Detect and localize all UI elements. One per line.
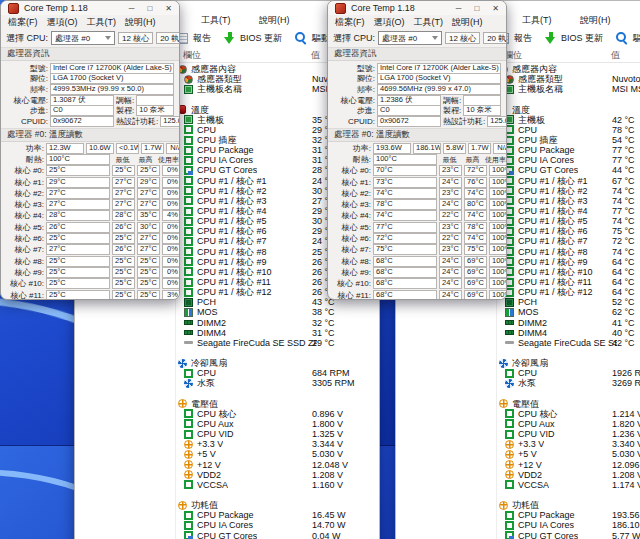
sensor-row[interactable]: CPU #1 / 核心 #574 °C bbox=[497, 216, 640, 226]
sensor-row[interactable]: +3.3 V3.344 V bbox=[176, 439, 379, 449]
sensor-row[interactable]: CPU #1 / 核心 #1064 °C bbox=[497, 267, 640, 277]
sensor-row[interactable]: CPU IA Cores77 °C bbox=[497, 155, 640, 165]
sensor-row[interactable]: CPU #1 / 核心 #874 °C bbox=[497, 247, 640, 257]
sensor-row[interactable]: +5 V5.030 V bbox=[176, 449, 379, 459]
sensor-row[interactable]: VDD21.208 V bbox=[176, 470, 379, 480]
socket-value: LGA 1700 (Socket V) bbox=[50, 73, 174, 84]
sensor-row[interactable]: CPU IA Cores186.10 W bbox=[497, 520, 640, 530]
sensor-row[interactable]: VCCSA1.174 V bbox=[497, 480, 640, 490]
sensor-group-row[interactable]: 冷卻風扇 bbox=[176, 358, 379, 368]
sensor-group-row[interactable]: 功耗值 bbox=[497, 500, 640, 510]
menu-tools[interactable]: 工具(T) bbox=[522, 14, 566, 27]
menu-options[interactable]: 選項(O) bbox=[374, 16, 405, 29]
sensor-row[interactable]: DIMM232 °C bbox=[176, 318, 379, 328]
sensor-row[interactable]: MOS62 °C bbox=[497, 307, 640, 317]
sensor-row[interactable]: DIMM241 °C bbox=[497, 318, 640, 328]
sensor-row[interactable]: CPU 插座54 °C bbox=[497, 135, 640, 145]
core-load: 3% bbox=[162, 290, 180, 300]
close-button[interactable]: ✕ bbox=[165, 4, 172, 13]
sensor-row[interactable]: 主機板42 °C bbox=[497, 115, 640, 125]
sensor-group-row[interactable]: 功耗值 bbox=[176, 500, 379, 510]
sensor-row[interactable]: CPU #1 / 核心 #675 °C bbox=[497, 226, 640, 236]
sensor-row[interactable]: CPU684 RPM bbox=[176, 368, 379, 378]
sensor-row[interactable]: DIMM440 °C bbox=[497, 328, 640, 338]
sensor-group-row[interactable]: 電壓值 bbox=[497, 399, 640, 409]
bios-update-button[interactable]: BIOS 更新 bbox=[240, 32, 282, 45]
sensor-row[interactable]: Seagate FireCuda SE SSD ZP...42 °C bbox=[497, 338, 640, 348]
sensor-row[interactable]: CPU Package77 °C bbox=[497, 145, 640, 155]
sensor-group-row[interactable]: 感應器內容 bbox=[497, 64, 640, 74]
sensor-group-row[interactable]: 電壓值 bbox=[176, 399, 379, 409]
value-column-header[interactable]: 值 bbox=[611, 49, 620, 62]
sensor-row[interactable]: +3.3 V3.340 V bbox=[497, 439, 640, 449]
minimize-button[interactable]: ─ bbox=[129, 4, 135, 13]
sensor-row[interactable]: +12 V12.048 V bbox=[176, 459, 379, 469]
sensor-row[interactable]: CPU #1 / 核心 #964 °C bbox=[497, 257, 640, 267]
sensor-row[interactable]: CPU78 °C bbox=[497, 125, 640, 135]
sensor-row[interactable]: CPU #1 / 核心 #167 °C bbox=[497, 176, 640, 186]
sensor-row[interactable]: 感應器類型Nuvoton N bbox=[497, 74, 640, 84]
sensor-row[interactable]: CPU #1 / 核心 #1164 °C bbox=[497, 277, 640, 287]
cpu-dropdown[interactable]: 處理器 #0 bbox=[51, 31, 115, 45]
sensor-row[interactable]: CPU #1 / 核心 #374 °C bbox=[497, 196, 640, 206]
sensor-row[interactable]: CPU 核心1.214 V bbox=[497, 409, 640, 419]
menu-tools[interactable]: 工具(T) bbox=[87, 16, 117, 29]
close-button[interactable]: ✕ bbox=[492, 4, 499, 13]
sensor-row[interactable]: CPU GT Cores44 °C bbox=[497, 165, 640, 175]
sensor-row[interactable]: CPU Package193.56 W bbox=[497, 510, 640, 520]
sensor-row[interactable]: CPU 核心0.896 V bbox=[176, 409, 379, 419]
sensor-row[interactable]: CPU1926 RPM bbox=[497, 368, 640, 378]
sensor-row[interactable]: CPU #1 / 核心 #477 °C bbox=[497, 206, 640, 216]
menu-help[interactable]: 說明(H) bbox=[259, 14, 303, 27]
sensor-row[interactable]: VCCSA1.160 V bbox=[176, 480, 379, 490]
sensor-row[interactable]: CPU VID1.325 V bbox=[176, 429, 379, 439]
menu-help[interactable]: 說明(H) bbox=[580, 14, 624, 27]
driver-update-button[interactable]: 驅動程式更新 bbox=[633, 32, 640, 45]
menu-help[interactable]: 說明(H) bbox=[452, 16, 483, 29]
bios-update-button[interactable]: BIOS 更新 bbox=[561, 32, 603, 45]
sensor-row[interactable]: DIMM431 °C bbox=[176, 328, 379, 338]
sensor-row[interactable]: PCH52 °C bbox=[497, 297, 640, 307]
sensor-row[interactable]: CPU GT Cores0.04 W bbox=[176, 530, 379, 539]
sensor-row[interactable]: CPU #1 / 核心 #274 °C bbox=[497, 186, 640, 196]
sensor-row[interactable]: CPU #1 / 核心 #1264 °C bbox=[497, 287, 640, 297]
sensor-row[interactable]: CPU Package16.45 W bbox=[176, 510, 379, 520]
minimize-button[interactable]: ─ bbox=[456, 4, 462, 13]
maximize-button[interactable]: □ bbox=[474, 4, 479, 13]
menu-help[interactable]: 說明(H) bbox=[125, 16, 156, 29]
report-button[interactable]: 報告 bbox=[193, 32, 211, 45]
sensor-row[interactable]: 主機板名稱MSI MS-7 bbox=[497, 84, 640, 94]
sensor-row[interactable]: CPU #1 / 核心 #772 °C bbox=[497, 236, 640, 246]
menu-tools[interactable]: 工具(T) bbox=[414, 16, 444, 29]
sensor-row[interactable]: MOS38 °C bbox=[176, 307, 379, 317]
menu-options[interactable]: 選項(O) bbox=[47, 16, 78, 29]
title-bar[interactable]: Core Temp 1.18 ─ □ ✕ bbox=[328, 1, 506, 15]
sensor-group-row[interactable]: 冷卻風扇 bbox=[497, 358, 640, 368]
menu-file[interactable]: 檔案(F) bbox=[8, 16, 38, 29]
sensor-row[interactable]: +5 V5.030 V bbox=[497, 449, 640, 459]
core-current-temp: 77°C bbox=[373, 222, 437, 233]
cpu-dropdown[interactable]: 處理器 #0 bbox=[378, 31, 442, 45]
menu-file[interactable]: 檔案(F) bbox=[335, 16, 365, 29]
sensor-row[interactable]: CPU GT Cores5.77 W bbox=[497, 530, 640, 539]
sensor-row[interactable]: CPU Aux1.800 V bbox=[176, 419, 379, 429]
sensor-row[interactable]: CPU IA Cores14.70 W bbox=[176, 520, 379, 530]
sensor-row[interactable]: CPU Aux1.820 V bbox=[497, 419, 640, 429]
sensor-group-row[interactable]: 溫度 bbox=[497, 105, 640, 115]
sensor-row[interactable]: VDD21.208 V bbox=[497, 470, 640, 480]
value-column-header[interactable]: 值 bbox=[311, 49, 320, 62]
sensor-row[interactable]: CPU VID1.236 V bbox=[497, 429, 640, 439]
sensor-row[interactable]: 水泵3269 RPM bbox=[497, 378, 640, 388]
sensor-row[interactable]: +12 V12.096 V bbox=[497, 459, 640, 469]
field-column-header[interactable]: 欄位 bbox=[183, 49, 201, 62]
chipblue-icon bbox=[505, 531, 514, 539]
maximize-button[interactable]: □ bbox=[147, 4, 152, 13]
menu-tools[interactable]: 工具(T) bbox=[201, 14, 245, 27]
chip-icon bbox=[505, 521, 514, 530]
report-button[interactable]: 報告 bbox=[514, 32, 532, 45]
sensor-row[interactable]: 水泵3305 RPM bbox=[176, 378, 379, 388]
title-bar[interactable]: Core Temp 1.18 ─ □ ✕ bbox=[1, 1, 179, 15]
core-min-temp: 27°C bbox=[112, 188, 135, 199]
sensor-row[interactable]: Seagate FireCuda SE SSD ZP...29 °C bbox=[176, 338, 379, 348]
core-min-temp: 23°C bbox=[439, 244, 462, 255]
